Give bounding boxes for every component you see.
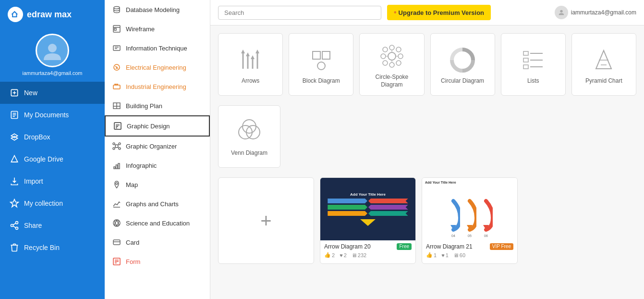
menu-card-label: Card	[126, 239, 139, 246]
user-info: iammurtaza4@gmail.com	[555, 6, 636, 19]
menu-map-label: Map	[126, 181, 138, 188]
svg-rect-44	[116, 165, 118, 169]
sidebar-drive-label: Google Drive	[24, 155, 63, 163]
svg-rect-51	[113, 240, 120, 245]
svg-point-69	[388, 52, 396, 60]
sidebar-item-dropbox[interactable]: DropBox	[0, 126, 105, 148]
sidebar-item-recycle-bin[interactable]: Recycle Bin	[0, 237, 105, 259]
svg-point-57	[560, 10, 562, 12]
arrow-20-thumb-title: Add Your Title Here	[350, 192, 386, 197]
circular-diagram-label: Circular Diagram	[441, 77, 484, 85]
main-content: Upgrade to Premium Version iammurtaza4@g…	[210, 0, 644, 299]
svg-point-70	[389, 45, 394, 50]
svg-point-13	[16, 222, 18, 224]
menu-graphic-design-label: Graphic Design	[127, 123, 170, 130]
template-lists[interactable]: Lists	[501, 33, 566, 96]
middle-menu: Database Modeling Wireframe Information …	[105, 0, 210, 299]
menu-form-label: Form	[126, 258, 140, 265]
content-area: Arrows Block Diagram	[210, 25, 644, 299]
app-name: edraw max	[27, 10, 72, 20]
arrows-label: Arrows	[242, 77, 259, 85]
menu-item-graphic-organizer[interactable]: Graphic Organizer	[105, 137, 210, 156]
gallery-card-arrow-20[interactable]: Add Your Title Here	[320, 177, 416, 264]
svg-marker-65	[255, 50, 259, 53]
sidebar-dropbox-label: DropBox	[24, 133, 50, 141]
menu-item-industrial-engineering[interactable]: Industrial Engineering	[105, 77, 210, 96]
sidebar-item-my-collection[interactable]: My collection	[0, 192, 105, 214]
arrow-21-info: Arrow Diagram 21 VIP Free 👍 1 ♥ 1 🖥 60	[422, 240, 517, 260]
sidebar-item-import[interactable]: Import	[0, 170, 105, 192]
upgrade-button[interactable]: Upgrade to Premium Version	[387, 5, 491, 20]
user-avatar-area: iammurtaza4@gmail.com	[0, 29, 105, 80]
menu-item-infographic[interactable]: Infographic	[105, 156, 210, 175]
arrow-20-hearts: ♥ 2	[340, 252, 347, 258]
svg-rect-45	[118, 163, 120, 169]
menu-item-building-plan[interactable]: Building Plan	[105, 96, 210, 115]
svg-point-37	[113, 148, 115, 150]
template-arrows[interactable]: Arrows	[218, 33, 283, 96]
arrow-21-thumb: Add Your Title Here 04	[422, 178, 517, 240]
lists-label: Lists	[527, 77, 539, 85]
menu-item-form[interactable]: Form	[105, 252, 210, 271]
menu-item-card[interactable]: Card	[105, 233, 210, 252]
menu-building-label: Building Plan	[126, 102, 162, 110]
search-input[interactable]	[218, 6, 381, 20]
svg-marker-10	[11, 156, 17, 162]
svg-rect-67	[322, 51, 330, 59]
menu-item-map[interactable]: Map	[105, 175, 210, 194]
svg-point-36	[119, 143, 121, 145]
menu-item-database-modeling[interactable]: Database Modeling	[105, 0, 210, 19]
svg-rect-43	[114, 167, 115, 169]
lists-icon	[520, 47, 547, 74]
svg-rect-22	[113, 46, 120, 50]
template-pyramid-chart[interactable]: Pyramid Chart	[571, 33, 636, 96]
arrow-20-badge: Free	[397, 243, 412, 250]
svg-point-71	[389, 62, 394, 67]
sidebar: edraw max iammurtaza4@gmail.com New My D…	[0, 0, 105, 299]
svg-rect-66	[313, 51, 320, 59]
svg-point-38	[119, 148, 121, 150]
svg-rect-82	[523, 51, 528, 55]
arrow-21-stats: 👍 1 ♥ 1 🖥 60	[426, 252, 513, 258]
gallery-card-arrow-21[interactable]: Add Your Title Here 04	[422, 177, 518, 264]
template-block-diagram[interactable]: Block Diagram	[289, 33, 353, 96]
venn-diagram-icon	[236, 119, 263, 146]
new-card-plus: +	[260, 210, 271, 232]
menu-database-label: Database Modeling	[126, 6, 180, 13]
svg-marker-61	[246, 52, 250, 56]
menu-item-science-and-education[interactable]: Science and Education	[105, 213, 210, 233]
svg-point-18	[114, 7, 120, 9]
arrow-21-title-row: Arrow Diagram 21 VIP Free	[426, 243, 513, 250]
svg-line-39	[115, 144, 116, 145]
app-logo: edraw max	[0, 0, 105, 29]
svg-marker-59	[241, 50, 245, 53]
arrow-20-info: Arrow Diagram 20 Free 👍 2 ♥ 2 🖥 232	[320, 240, 415, 260]
avatar	[36, 34, 69, 67]
template-circular-diagram[interactable]: Circular Diagram	[430, 33, 495, 96]
menu-item-graphic-design[interactable]: Graphic Design	[105, 115, 210, 137]
template-venn-diagram[interactable]: Venn Diagram	[218, 105, 280, 168]
svg-point-72	[381, 54, 386, 59]
svg-line-16	[13, 223, 16, 224]
sidebar-import-label: Import	[24, 177, 43, 185]
venn-row: Venn Diagram	[218, 105, 636, 168]
menu-item-information-technique[interactable]: Information Technique	[105, 38, 210, 58]
user-email-label: iammurtaza4@gmail.com	[23, 70, 83, 76]
sidebar-item-my-documents[interactable]: My Documents	[0, 104, 105, 126]
sidebar-item-new[interactable]: New	[0, 82, 105, 104]
arrow-21-curved: 04 05	[425, 187, 514, 237]
svg-line-40	[118, 144, 119, 145]
menu-item-wireframe[interactable]: Wireframe	[105, 19, 210, 38]
menu-item-graphs-and-charts[interactable]: Graphs and Charts	[105, 194, 210, 213]
arrow-20-stats: 👍 2 ♥ 2 🖥 232	[324, 252, 412, 258]
gallery-grid: + Add Your Title Here	[218, 177, 636, 264]
menu-wireframe-label: Wireframe	[126, 25, 155, 33]
menu-electrical-label: Electrical Engineering	[126, 64, 186, 71]
template-circle-spoke[interactable]: Circle-Spoke Diagram	[359, 33, 424, 96]
sidebar-item-share[interactable]: Share	[0, 214, 105, 237]
gallery-new-card[interactable]: +	[218, 177, 314, 264]
sidebar-item-google-drive[interactable]: Google Drive	[0, 148, 105, 170]
svg-point-15	[16, 227, 18, 229]
menu-item-electrical-engineering[interactable]: Electrical Engineering	[105, 58, 210, 77]
svg-point-76	[383, 61, 388, 65]
